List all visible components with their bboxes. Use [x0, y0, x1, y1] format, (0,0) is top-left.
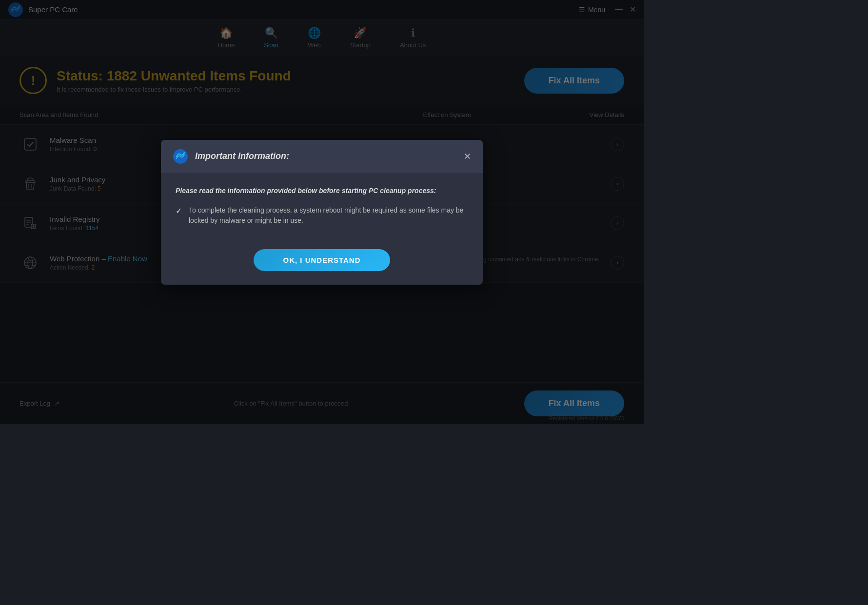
ok-understand-button[interactable]: OK, I UNDERSTAND — [254, 249, 390, 271]
modal-title: Important Information: — [195, 151, 289, 161]
modal-item-reboot: ✓ To complete the cleaning process, a sy… — [176, 205, 468, 226]
check-icon: ✓ — [176, 206, 182, 215]
modal-body: Please read the information provided bel… — [161, 173, 483, 239]
modal-logo-icon — [173, 149, 188, 164]
modal-footer: OK, I UNDERSTAND — [161, 239, 483, 285]
modal-overlay: Important Information: ✕ Please read the… — [0, 0, 644, 424]
modal-close-button[interactable]: ✕ — [464, 152, 471, 161]
modal-header: Important Information: ✕ — [161, 140, 483, 173]
modal-subtitle: Please read the information provided bel… — [176, 187, 468, 195]
modal-item-text: To complete the cleaning process, a syst… — [189, 205, 468, 226]
modal-dialog: Important Information: ✕ Please read the… — [161, 140, 483, 285]
